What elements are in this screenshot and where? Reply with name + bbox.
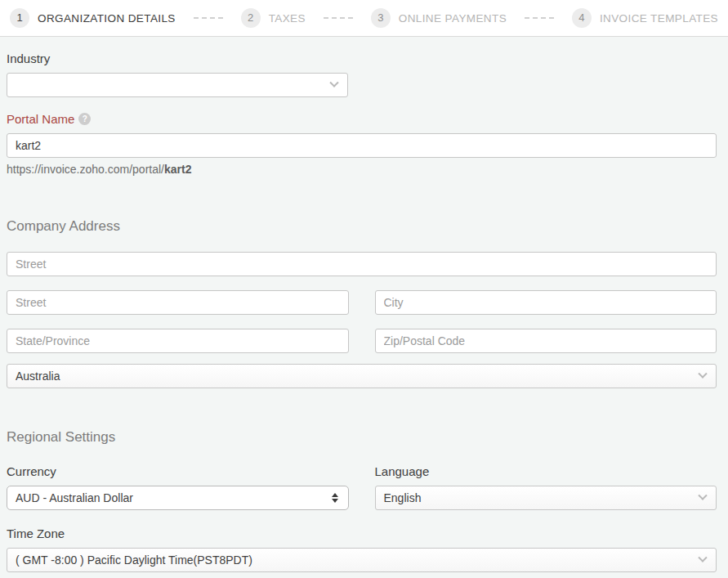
language-selected-value: English — [384, 491, 422, 504]
zip-postal-code-input[interactable] — [375, 329, 717, 353]
language-select[interactable]: English — [375, 486, 717, 510]
step-organization-details[interactable]: 1 ORGANIZATION DETAILS — [10, 8, 176, 28]
street-input-2[interactable] — [7, 290, 349, 315]
timezone-field: Time Zone ( GMT -8:00 ) Pacific Daylight… — [7, 526, 717, 572]
updown-arrows-icon — [332, 493, 338, 503]
step-invoice-templates[interactable]: 4 INVOICE TEMPLATES — [572, 8, 718, 28]
step-label-invoice-templates: INVOICE TEMPLATES — [600, 12, 718, 25]
step-label-organization-details: ORGANIZATION DETAILS — [38, 12, 176, 25]
step-label-online-payments: ONLINE PAYMENTS — [399, 12, 507, 25]
chevron-down-icon — [698, 370, 707, 379]
chevron-down-icon — [698, 491, 707, 500]
organization-details-form: Industry Portal Name? https://invoice.zo… — [0, 37, 728, 578]
currency-field: Currency AUD - Australian Dollar — [7, 464, 349, 510]
country-select[interactable]: Australia — [7, 364, 717, 388]
industry-select[interactable] — [7, 73, 348, 97]
portal-name-label-text: Portal Name — [7, 112, 74, 126]
portal-name-input[interactable] — [7, 133, 717, 158]
regional-settings-heading: Regional Settings — [7, 429, 717, 446]
currency-select[interactable]: AUD - Australian Dollar — [7, 486, 349, 510]
timezone-select[interactable]: ( GMT -8:00 ) Pacific Daylight Time(PST8… — [7, 548, 717, 572]
portal-url-preview: https://invoice.zoho.com/portal/kart2 — [7, 163, 717, 176]
language-field: Language English — [375, 464, 717, 510]
portal-name-label: Portal Name? — [7, 112, 717, 126]
chevron-down-icon — [329, 78, 338, 87]
step-connector — [525, 17, 554, 19]
industry-field: Industry — [7, 52, 717, 97]
step-number-1: 1 — [10, 8, 29, 28]
portal-name-field: Portal Name? https://invoice.zoho.com/po… — [7, 112, 717, 176]
state-province-input[interactable] — [7, 329, 349, 353]
portal-url-prefix: https://invoice.zoho.com/portal/ — [7, 163, 164, 176]
industry-label: Industry — [7, 52, 717, 65]
regional-settings-section: Regional Settings Currency AUD - Austral… — [7, 429, 717, 572]
setup-stepper: 1 ORGANIZATION DETAILS 2 TAXES 3 ONLINE … — [0, 0, 728, 37]
company-address-section: Company Address Australia — [7, 218, 717, 388]
currency-label: Currency — [7, 464, 349, 478]
street-input-1[interactable] — [7, 252, 717, 276]
portal-url-name: kart2 — [164, 163, 191, 176]
step-connector — [194, 17, 223, 19]
step-number-3: 3 — [371, 8, 391, 28]
currency-selected-value: AUD - Australian Dollar — [16, 491, 133, 504]
timezone-selected-value: ( GMT -8:00 ) Pacific Daylight Time(PST8… — [16, 553, 252, 567]
step-number-4: 4 — [572, 8, 592, 28]
step-online-payments[interactable]: 3 ONLINE PAYMENTS — [371, 8, 507, 28]
timezone-label: Time Zone — [7, 526, 717, 540]
step-label-taxes: TAXES — [269, 12, 306, 25]
help-icon[interactable]: ? — [78, 113, 91, 125]
step-connector — [324, 17, 353, 19]
step-number-2: 2 — [241, 8, 261, 28]
language-label: Language — [375, 464, 717, 478]
city-input[interactable] — [375, 290, 717, 315]
step-taxes[interactable]: 2 TAXES — [241, 8, 306, 28]
country-selected-value: Australia — [16, 370, 60, 383]
chevron-down-icon — [698, 553, 707, 562]
company-address-heading: Company Address — [7, 218, 717, 235]
